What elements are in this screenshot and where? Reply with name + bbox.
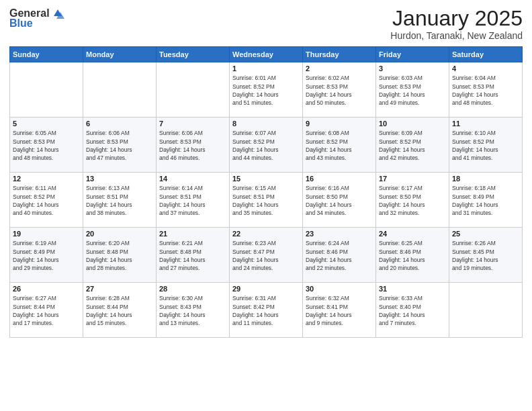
table-row: 14Sunrise: 6:14 AMSunset: 8:51 PMDayligh… [157,173,230,228]
day-info-line: Sunrise: 6:15 AM [232,185,276,191]
day-info-line: Sunrise: 6:08 AM [306,130,349,136]
day-info-line: Sunrise: 6:28 AM [86,295,130,302]
day-number: 24 [379,230,446,238]
col-tuesday: Tuesday [157,47,230,62]
day-info: Sunrise: 6:31 AMSunset: 8:42 PMDaylight:… [232,294,300,327]
month-title: January 2025 [390,7,523,30]
day-info: Sunrise: 6:01 AMSunset: 8:52 PMDaylight:… [232,74,300,107]
day-info-line: Daylight: 14 hours [379,312,425,318]
day-info-line: Sunrise: 6:09 AM [379,130,423,136]
table-row [449,283,523,338]
day-info-line: and 48 minutes. [13,154,53,161]
header: General Blue January 2025 Hurdon, Tarana… [9,7,523,41]
day-info-line: and 35 minutes. [232,210,273,216]
day-info-line: Daylight: 14 hours [379,257,425,263]
table-row: 17Sunrise: 6:17 AMSunset: 8:50 PMDayligh… [376,173,449,228]
day-info-line: Sunset: 8:52 PM [232,83,275,90]
logo-icon [51,7,64,20]
day-info-line: Sunrise: 6:06 AM [159,130,203,136]
day-number: 2 [306,64,373,73]
day-info-line: and 24 minutes. [232,265,273,271]
day-number: 30 [306,285,373,293]
day-info-line: and 31 minutes. [452,210,492,216]
table-row [83,62,157,118]
calendar-table: Sunday Monday Tuesday Wednesday Thursday… [9,46,523,338]
day-info-line: Daylight: 14 hours [159,146,206,153]
day-number: 20 [86,230,153,238]
day-info-line: Daylight: 14 hours [159,201,206,208]
table-row: 15Sunrise: 6:15 AMSunset: 8:51 PMDayligh… [230,173,303,228]
day-number: 22 [232,230,300,238]
table-row: 6Sunrise: 6:06 AMSunset: 8:53 PMDaylight… [83,118,157,173]
table-row: 19Sunrise: 6:19 AMSunset: 8:49 PMDayligh… [10,228,83,283]
day-info: Sunrise: 6:06 AMSunset: 8:53 PMDaylight:… [86,129,153,162]
table-row: 26Sunrise: 6:27 AMSunset: 8:44 PMDayligh… [10,283,83,338]
day-info-line: Sunrise: 6:11 AM [13,185,56,191]
day-info-line: Sunset: 8:51 PM [232,193,275,200]
day-info-line: and 9 minutes. [306,320,343,326]
day-info-line: Daylight: 14 hours [232,201,279,208]
day-info: Sunrise: 6:28 AMSunset: 8:44 PMDaylight:… [86,294,153,327]
day-info-line: Sunset: 8:42 PM [232,304,275,310]
day-info-line: Sunrise: 6:13 AM [86,185,130,191]
logo: General Blue [9,7,64,30]
table-row: 8Sunrise: 6:07 AMSunset: 8:52 PMDaylight… [230,118,303,173]
day-info-line: and 43 minutes. [306,154,346,161]
day-info-line: and 50 minutes. [306,99,346,106]
day-info-line: Sunrise: 6:19 AM [13,240,56,246]
day-info-line: Daylight: 14 hours [232,257,279,263]
table-row: 22Sunrise: 6:23 AMSunset: 8:47 PMDayligh… [230,228,303,283]
day-info-line: Sunrise: 6:18 AM [452,185,496,191]
day-info-line: Sunset: 8:52 PM [379,138,421,145]
day-info: Sunrise: 6:03 AMSunset: 8:53 PMDaylight:… [379,74,446,107]
day-info-line: Sunset: 8:47 PM [232,248,275,255]
table-row: 24Sunrise: 6:25 AMSunset: 8:46 PMDayligh… [376,228,449,283]
day-info: Sunrise: 6:21 AMSunset: 8:48 PMDaylight:… [159,239,226,272]
table-row: 1Sunrise: 6:01 AMSunset: 8:52 PMDaylight… [230,62,303,118]
day-number: 14 [159,175,226,183]
day-info-line: Sunset: 8:53 PM [159,138,202,145]
calendar-week-3: 12Sunrise: 6:11 AMSunset: 8:52 PMDayligh… [10,173,523,228]
day-info: Sunrise: 6:10 AMSunset: 8:52 PMDaylight:… [452,129,519,162]
day-info-line: Daylight: 14 hours [13,257,59,263]
day-info: Sunrise: 6:15 AMSunset: 8:51 PMDaylight:… [232,184,300,217]
day-info-line: and 29 minutes. [13,265,53,271]
day-info-line: and 41 minutes. [452,154,492,161]
day-info: Sunrise: 6:06 AMSunset: 8:53 PMDaylight:… [159,129,226,162]
day-info-line: Sunrise: 6:24 AM [306,240,349,246]
day-info-line: Sunset: 8:48 PM [86,248,128,255]
day-info-line: Daylight: 14 hours [159,257,206,263]
day-number: 5 [13,120,80,128]
day-info: Sunrise: 6:23 AMSunset: 8:47 PMDaylight:… [232,239,300,272]
day-info: Sunrise: 6:30 AMSunset: 8:43 PMDaylight:… [159,294,226,327]
calendar-week-1: 1Sunrise: 6:01 AMSunset: 8:52 PMDaylight… [10,62,523,118]
day-info-line: Daylight: 14 hours [452,201,498,208]
day-info: Sunrise: 6:24 AMSunset: 8:46 PMDaylight:… [306,239,373,272]
day-info-line: and 13 minutes. [159,320,200,326]
day-info-line: Sunrise: 6:07 AM [232,130,276,136]
day-info-line: Sunset: 8:44 PM [86,304,128,310]
day-info-line: Sunset: 8:52 PM [232,138,275,145]
day-info-line: and 42 minutes. [379,154,419,161]
col-friday: Friday [376,47,449,62]
day-number: 17 [379,175,446,183]
table-row: 27Sunrise: 6:28 AMSunset: 8:44 PMDayligh… [83,283,157,338]
day-info-line: Sunrise: 6:21 AM [159,240,203,246]
day-info-line: Daylight: 14 hours [306,257,352,263]
day-info-line: and 19 minutes. [452,265,492,271]
day-number: 1 [232,64,300,73]
table-row: 21Sunrise: 6:21 AMSunset: 8:48 PMDayligh… [157,228,230,283]
day-info-line: Daylight: 14 hours [159,312,206,318]
day-number: 21 [159,230,226,238]
logo-blue: Blue [9,17,33,30]
day-info-line: Sunset: 8:50 PM [306,193,348,200]
table-row: 30Sunrise: 6:32 AMSunset: 8:41 PMDayligh… [303,283,376,338]
day-info-line: Daylight: 14 hours [232,146,279,153]
day-info: Sunrise: 6:20 AMSunset: 8:48 PMDaylight:… [86,239,153,272]
day-info-line: Sunset: 8:53 PM [306,83,348,90]
calendar-week-2: 5Sunrise: 6:05 AMSunset: 8:53 PMDaylight… [10,118,523,173]
day-info-line: Sunset: 8:53 PM [86,138,128,145]
day-info-line: Sunset: 8:53 PM [379,83,421,90]
page: General Blue January 2025 Hurdon, Tarana… [0,0,532,411]
day-number: 13 [86,175,153,183]
